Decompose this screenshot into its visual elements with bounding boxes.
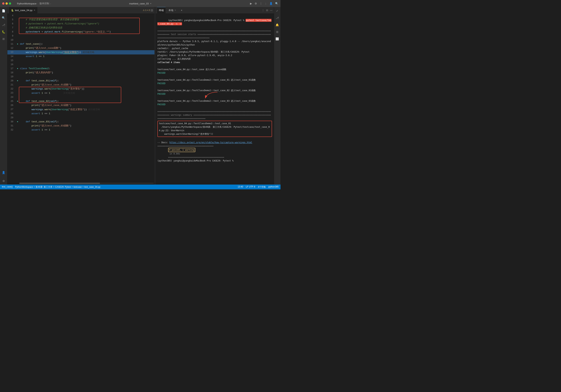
titlebar: PythonWorkspace › 版本控制 › marktest_case_0… [0, 0, 280, 7]
statusbar-func[interactable]: test_case() [2, 186, 13, 189]
close-button[interactable] [2, 2, 4, 5]
code-line-14: 14 assert 1 == 1 [7, 54, 154, 59]
code-line-21: 21 print("进入test_case_01函数") [7, 83, 154, 87]
terminal-separator-2: ========================================… [157, 110, 272, 120]
horizontal-scrollbar[interactable] [19, 183, 154, 184]
editor-tabbar: 🐍 test_case_04.py ✕ ⚠ 1 × 2 ⊟ [7, 7, 154, 14]
right-icon-git[interactable]: ⎇ [275, 16, 279, 20]
code-line-23: 23 assert 1 == 1 没有被忽略 [7, 91, 154, 95]
sidebar-icon-settings[interactable]: ⚙ [2, 179, 6, 183]
terminal-empty-4 [157, 96, 272, 99]
file-title: marktest_case_03 [129, 2, 149, 5]
code-line-30: 30 ▶ def test_case_03(self): [7, 120, 154, 124]
editor-tab-active[interactable]: 🐍 test_case_04.py ✕ [9, 7, 38, 14]
terminal-cmd-line: (python385) yangkai@yangkaideMacBook-Pro… [157, 15, 272, 29]
terminal-passed-3: PASSED [157, 92, 272, 96]
debug-icon[interactable]: ⚙ [255, 2, 257, 5]
right-icon-cursor[interactable]: ⬜ [275, 37, 279, 41]
code-line-18: 18 print("进入类的内部") [7, 71, 154, 75]
terminal-split-icon[interactable]: ⊟ [266, 9, 268, 12]
sidebar-icon-search[interactable]: 🔍 [2, 16, 6, 20]
terminal-tabbar: 终端 本地 ✕ + ⋮ ⊟ — [156, 7, 274, 14]
terminal-actions: ⋮ ⊟ — [262, 9, 272, 12]
terminal-line-cache: cachedir: .pytest_cache [157, 47, 272, 50]
run-icon[interactable]: ▶ [250, 2, 252, 5]
terminal-warning-box: testcase/test_case_04.py::TestClassDemo2… [157, 121, 272, 137]
code-line-24: 24 [7, 95, 154, 99]
terminal-tab-label: 终端 [159, 9, 164, 12]
terminal-line-platform: platform darwin -- Python 3.8.5, pytest-… [157, 40, 272, 47]
terminal-empty-2 [157, 75, 272, 78]
terminal-line-collected: collected 4 items [157, 61, 272, 64]
editor-tab-label: test_case_04.py [15, 9, 32, 12]
code-line-17: 17 ▶ class TestClassDemo2: [7, 67, 154, 71]
code-line-32: 32 assert 1 == 1 [7, 128, 154, 132]
terminal-empty-5 [157, 106, 272, 110]
sidebar-icon-git[interactable]: ⎇ [2, 23, 6, 27]
code-line-15: 15 [7, 59, 154, 62]
terminal-docs-link[interactable]: https://docs.pytest.org/en/stable/how-to… [169, 141, 252, 144]
terminal-line-test4: testcase/test_case_04.py::TestClassDemo2… [157, 99, 272, 103]
terminal-passed-4: PASSED [157, 103, 272, 106]
main-layout: 📄 🔍 ⎇ 🐛 ⊞ 👤 ⚙ 🐍 test_case_04.py ✕ ⚠ 1 × … [0, 7, 280, 185]
terminal-tab-local[interactable]: 本地 ✕ [167, 7, 178, 14]
search-icon[interactable]: 🔍 [275, 2, 278, 5]
code-line-27: 27 warnings.warn(UserWarning("自定义警告")) 成… [7, 107, 154, 112]
terminal-more-icon[interactable]: ⋮ [262, 9, 264, 12]
code-line-31: 31 print("进入test_case_03函数") [7, 124, 154, 128]
terminal-passed-1: PASSED [157, 71, 272, 75]
split-editor-icon[interactable]: ⊟ [151, 9, 153, 12]
code-content: 4 5 # 不指定需要忽略的警告类型，表示忽略全部警告 6 # pytestma… [7, 14, 154, 132]
right-panel-icons: ✓ ⎇ 🔔 ⊞ ⬜ [274, 7, 280, 185]
code-line-20: 20 ▶ def test_case_01(self): [7, 79, 154, 83]
code-editor[interactable]: 4 5 # 不指定需要忽略的警告类型，表示忽略全部警告 6 # pytestma… [7, 14, 154, 185]
sidebar-icon-account[interactable]: 👤 [2, 171, 6, 175]
terminal-line-collecting: collecting ... 进入类的内部 [157, 57, 272, 61]
sidebar-icon-files[interactable]: 📄 [2, 9, 6, 13]
more-icon[interactable]: ⋮ [260, 2, 262, 5]
code-line-25: 25 ▶ def test_case_02(self): [7, 99, 154, 103]
terminal-collapse-icon[interactable]: — [270, 9, 272, 12]
terminal-separator-1: ========================================… [157, 29, 272, 40]
terminal-local-label: 本地 [169, 9, 173, 12]
tab-right-actions: ⚠ 1 × 2 ⊟ [143, 9, 154, 12]
tab-py-icon: 🐍 [11, 9, 14, 12]
right-icon-bell[interactable]: 🔔 [275, 23, 279, 27]
code-line-9: 9 [7, 34, 154, 38]
terminal-tab-add[interactable]: + [179, 7, 184, 14]
terminal-prompt-2: (python385) yangkai@yangkaideMacBook-Pro… [157, 159, 272, 163]
terminal-line-test3: testcase/test_case_04.py::TestClassDemo2… [157, 89, 272, 92]
statusbar-branch[interactable]: PythonWorkspace > 第49课: 第三方库 > CASE29: P… [15, 186, 100, 189]
user-icon[interactable]: 👤 [270, 2, 272, 5]
terminal-tab-terminal[interactable]: 终端 [157, 7, 166, 14]
code-line-8: 8 pytestmark = pytest.mark.filterwarning… [7, 30, 154, 34]
terminal-warn-line-2: /Users/yangkai/PythonWorkspace/第49课: 第三方… [159, 125, 270, 132]
tab-close-icon[interactable]: ✕ [34, 9, 35, 11]
terminal-line-rootdir: rootdir: /Users/yangkai/PythonWorkspace/… [157, 50, 272, 54]
terminal-close-icon[interactable]: ✕ [174, 9, 176, 11]
minimize-button[interactable] [6, 2, 8, 5]
right-icon-check[interactable]: ✓ [275, 9, 279, 13]
maximize-button[interactable] [9, 2, 11, 5]
right-icon-layout[interactable]: ⊞ [275, 30, 279, 34]
terminal-line-test1: testcase/test_case_04.py::test_case 进入te… [157, 68, 272, 71]
terminal-empty-3 [157, 85, 272, 89]
terminal-warn-line-3: warnings.warn(UserWarning("意外警告")) [159, 132, 270, 136]
terminal-panel: 终端 本地 ✕ + ⋮ ⊟ — (python385) yangkai@yang… [156, 7, 274, 185]
terminal-content[interactable]: (python385) yangkai@yangkaideMacBook-Pro… [156, 14, 274, 185]
code-line-26: 26 print("进入test_case_02函数") [7, 103, 154, 107]
code-line-6: 6 # pytestmark = pytest.mark.filterwarni… [7, 22, 154, 26]
statusbar: test_case() PythonWorkspace > 第49课: 第三方库… [0, 185, 280, 189]
code-line-11: 11 ▶ def test_case(): [7, 42, 154, 46]
code-line-28: 28 assert 1 == 1 [7, 112, 154, 116]
statusbar-time: 13:40 [238, 186, 243, 189]
statusbar-interpreter[interactable]: python385 [268, 186, 279, 189]
statusbar-indent[interactable]: 4个空格 [258, 186, 266, 189]
sidebar-icon-debug[interactable]: 🐛 [2, 30, 6, 34]
statusbar-encoding[interactable]: LF UTF-8 [246, 186, 255, 189]
titlebar-actions: ▶ ⚙ ⋮ | 👤 🔍 [250, 2, 278, 5]
code-line-29: 29 [7, 116, 154, 120]
code-line-7: 7 # 忽略匹配正则表达式的警告信息 [7, 26, 154, 30]
code-line-16: 16 [7, 62, 154, 67]
sidebar-icon-extensions[interactable]: ⊞ [2, 37, 6, 41]
